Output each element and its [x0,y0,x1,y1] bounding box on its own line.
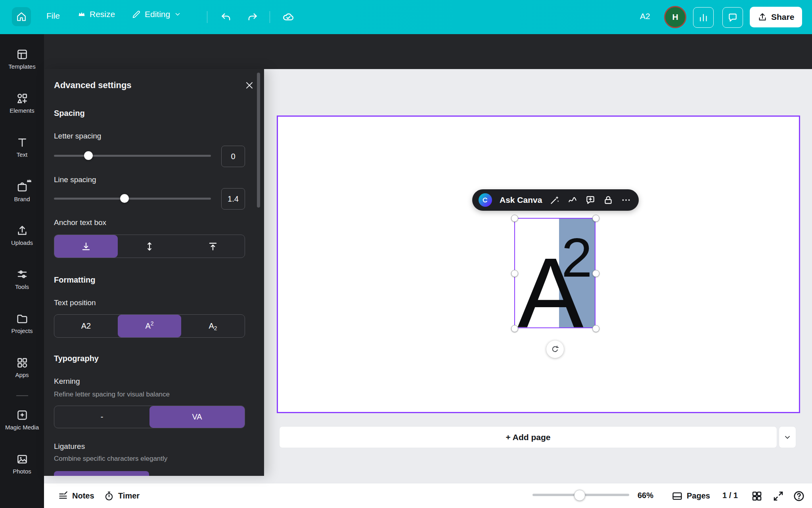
sidebar-item-apps[interactable]: Apps [0,357,44,378]
lock-element-icon[interactable] [603,195,613,205]
timer-button[interactable]: Timer [104,483,140,508]
letter-spacing-value[interactable]: 0 [221,146,245,167]
close-panel-button[interactable] [242,78,257,93]
page-count: 1 / 1 [722,491,738,500]
pages-label: Pages [687,491,710,500]
magic-wand-icon[interactable] [550,195,560,205]
tp-sub-base: A [209,321,214,331]
rotate-handle[interactable] [546,341,564,358]
sidebar-label: Text [17,151,28,158]
line-spacing-value[interactable]: 1.4 [221,188,245,210]
ligatures-active-button-partial[interactable] [54,471,149,476]
tp-super-base: A [145,321,150,331]
ask-canva-label[interactable]: Ask Canva [500,195,542,205]
text-position-superscript-button[interactable]: A2 [118,315,181,337]
sidebar-label: Photos [13,468,31,475]
kerning-label: Kerning [54,377,80,386]
editing-label: Editing [145,10,170,19]
anchor-middle-button[interactable] [118,235,181,258]
letter-spacing-slider[interactable] [54,155,211,157]
add-page-dropdown[interactable] [779,426,796,448]
apps-icon [16,357,28,369]
sidebar-label: Magic Media [5,424,39,431]
advanced-settings-panel: Advanced settings Spacing Letter spacing… [44,69,264,476]
share-upload-icon [758,12,767,22]
sidebar-item-magic-media[interactable]: Magic Media [0,409,44,431]
sidebar-item-photos[interactable]: Photos [0,453,44,475]
resize-handle-ne[interactable] [592,215,599,222]
resize-handle-e[interactable] [592,270,599,277]
sidebar-item-brand[interactable]: Brand [0,181,44,202]
sidebar-label: Elements [10,107,34,114]
formatting-section-title: Formatting [54,275,95,285]
editing-mode-menu[interactable]: Editing [132,10,181,19]
sidebar-divider [16,395,28,396]
letter-spacing-slider-thumb[interactable] [84,151,93,160]
comment-icon [728,12,738,23]
save-status-button[interactable] [280,8,297,26]
resize-handle-w[interactable] [511,270,518,277]
sidebar-label: Tools [15,283,29,290]
comments-button[interactable] [722,7,743,28]
redo-button[interactable] [243,8,261,26]
selected-text-box[interactable]: A 2 [514,218,596,328]
comment-add-icon[interactable] [585,195,596,205]
ask-canva-toolbar: Ask Canva [472,189,639,211]
projects-icon [16,313,28,325]
ligatures-label: Ligatures [54,442,85,451]
sidebar-item-templates[interactable]: Templates [0,48,44,70]
redo-icon [247,12,258,23]
typography-section-title: Typography [54,354,99,363]
file-menu[interactable]: File [46,11,60,21]
text-toolbar: Canva Sans − 149 + A B I U S aA Effects … [44,34,812,69]
sidebar-item-projects[interactable]: Projects [0,313,44,334]
anchor-top-icon [208,241,218,252]
kerning-group: - VA [54,406,245,428]
kerning-on-button[interactable]: VA [149,406,245,428]
scribble-icon[interactable] [567,195,578,205]
close-icon [245,81,254,90]
more-options-icon[interactable] [621,195,631,205]
kerning-off-button[interactable]: - [54,406,149,428]
home-button[interactable] [12,7,31,26]
fullscreen-button[interactable] [772,490,784,502]
panel-scrollbar[interactable] [257,73,260,208]
help-button[interactable] [793,490,805,502]
resize-handle-sw[interactable] [511,325,518,332]
insights-button[interactable] [693,7,714,28]
pages-toggle[interactable]: Pages [672,483,710,508]
header-divider [207,11,207,23]
line-spacing-slider-thumb[interactable] [120,194,129,203]
notes-icon [58,491,68,501]
anchor-bottom-button[interactable] [54,235,118,258]
tp-normal-script: 2 [86,321,91,331]
text-position-normal-button[interactable]: A2 [54,315,118,337]
share-label: Share [771,12,794,22]
grid-view-button[interactable] [751,490,763,502]
sidebar-item-tools[interactable]: Tools [0,269,44,290]
header-divider-2 [270,11,270,23]
document-title[interactable]: A2 [640,12,650,21]
sidebar-item-uploads[interactable]: Uploads [0,225,44,246]
canvas-text-superscript: 2 [559,230,595,285]
share-button[interactable]: Share [750,7,802,27]
tp-super-script: 2 [151,320,154,327]
text-position-subscript-button[interactable]: A2 [181,315,245,337]
resize-handle-se[interactable] [592,325,599,332]
fullscreen-icon [772,490,784,502]
notes-button[interactable]: Notes [58,483,94,508]
resize-button[interactable]: Resize [78,10,115,19]
undo-button[interactable] [218,8,235,26]
line-spacing-slider[interactable] [54,198,211,200]
text-position-group: A2 A2 A2 [54,314,245,338]
sidebar-item-elements[interactable]: Elements [0,92,44,114]
line-spacing-label: Line spacing [54,175,96,184]
resize-handle-nw[interactable] [511,215,518,222]
pencil-icon [132,10,141,19]
file-label: File [46,11,60,21]
anchor-top-button[interactable] [181,235,245,258]
zoom-slider-thumb[interactable] [574,490,585,501]
sidebar-item-text[interactable]: Text [0,137,44,158]
avatar[interactable]: H [664,6,686,28]
add-page-button[interactable]: + Add page [279,426,777,448]
